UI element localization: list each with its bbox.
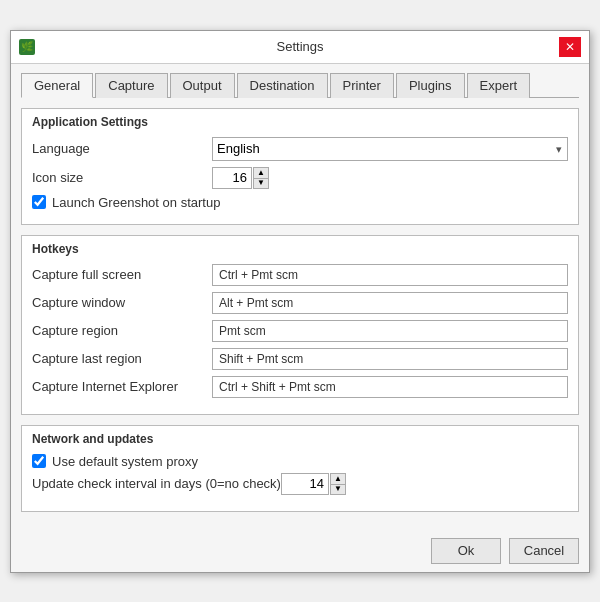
hotkey-fullscreen-input[interactable]: Ctrl + Pmt scm <box>212 264 568 286</box>
title-bar-controls: ✕ <box>559 37 581 57</box>
cancel-button[interactable]: Cancel <box>509 538 579 564</box>
interval-spinner: 14 ▲ ▼ <box>281 473 346 495</box>
close-button[interactable]: ✕ <box>559 37 581 57</box>
interval-up-button[interactable]: ▲ <box>330 473 346 484</box>
hotkeys-title: Hotkeys <box>32 242 568 256</box>
settings-window: 🌿 Settings ✕ General Capture Output Dest… <box>10 30 590 573</box>
tab-general[interactable]: General <box>21 73 93 98</box>
hotkey-region-label: Capture region <box>32 323 212 338</box>
hotkey-window-row: Capture window Alt + Pmt scm <box>32 292 568 314</box>
hotkeys-section: Hotkeys Capture full screen Ctrl + Pmt s… <box>21 235 579 415</box>
hotkey-lastregion-control: Shift + Pmt scm <box>212 348 568 370</box>
title-bar-left: 🌿 <box>19 39 35 55</box>
startup-row: Launch Greenshot on startup <box>32 195 568 210</box>
app-settings-title: Application Settings <box>32 115 568 129</box>
tab-output[interactable]: Output <box>170 73 235 98</box>
hotkey-ie-control: Ctrl + Shift + Pmt scm <box>212 376 568 398</box>
hotkey-window-label: Capture window <box>32 295 212 310</box>
icon-size-row: Icon size 16 ▲ ▼ <box>32 167 568 189</box>
tab-expert[interactable]: Expert <box>467 73 531 98</box>
icon-size-up-button[interactable]: ▲ <box>253 167 269 178</box>
tab-bar: General Capture Output Destination Print… <box>21 72 579 98</box>
interval-down-button[interactable]: ▼ <box>330 484 346 495</box>
interval-row: Update check interval in days (0=no chec… <box>32 473 568 495</box>
language-row: Language English Dutch French German Spa… <box>32 137 568 161</box>
startup-label: Launch Greenshot on startup <box>52 195 220 210</box>
hotkey-region-control: Pmt scm <box>212 320 568 342</box>
hotkey-lastregion-row: Capture last region Shift + Pmt scm <box>32 348 568 370</box>
hotkey-ie-input[interactable]: Ctrl + Shift + Pmt scm <box>212 376 568 398</box>
hotkey-region-row: Capture region Pmt scm <box>32 320 568 342</box>
content-area: General Capture Output Destination Print… <box>11 64 589 532</box>
network-section: Network and updates Use default system p… <box>21 425 579 512</box>
language-control: English Dutch French German Spanish <box>212 137 568 161</box>
hotkey-fullscreen-row: Capture full screen Ctrl + Pmt scm <box>32 264 568 286</box>
app-icon: 🌿 <box>19 39 35 55</box>
interval-control: 14 ▲ ▼ <box>281 473 568 495</box>
proxy-checkbox[interactable] <box>32 454 46 468</box>
hotkey-fullscreen-control: Ctrl + Pmt scm <box>212 264 568 286</box>
tab-destination[interactable]: Destination <box>237 73 328 98</box>
icon-size-down-button[interactable]: ▼ <box>253 178 269 189</box>
interval-label: Update check interval in days (0=no chec… <box>32 476 281 491</box>
hotkey-window-control: Alt + Pmt scm <box>212 292 568 314</box>
startup-checkbox[interactable] <box>32 195 46 209</box>
proxy-row: Use default system proxy <box>32 454 568 469</box>
icon-size-input[interactable]: 16 <box>212 167 252 189</box>
language-select[interactable]: English Dutch French German Spanish <box>212 137 568 161</box>
tab-printer[interactable]: Printer <box>330 73 394 98</box>
hotkey-window-input[interactable]: Alt + Pmt scm <box>212 292 568 314</box>
language-label: Language <box>32 141 212 156</box>
interval-spinner-buttons: ▲ ▼ <box>330 473 346 495</box>
title-bar: 🌿 Settings ✕ <box>11 31 589 64</box>
tab-capture[interactable]: Capture <box>95 73 167 98</box>
interval-input[interactable]: 14 <box>281 473 329 495</box>
hotkey-lastregion-input[interactable]: Shift + Pmt scm <box>212 348 568 370</box>
hotkey-region-input[interactable]: Pmt scm <box>212 320 568 342</box>
icon-size-control: 16 ▲ ▼ <box>212 167 568 189</box>
icon-size-label: Icon size <box>32 170 212 185</box>
icon-size-spinner: 16 ▲ ▼ <box>212 167 269 189</box>
hotkey-fullscreen-label: Capture full screen <box>32 267 212 282</box>
ok-button[interactable]: Ok <box>431 538 501 564</box>
hotkey-ie-label: Capture Internet Explorer <box>32 379 212 394</box>
hotkey-lastregion-label: Capture last region <box>32 351 212 366</box>
icon-size-spinner-buttons: ▲ ▼ <box>253 167 269 189</box>
window-title: Settings <box>277 39 324 54</box>
bottom-bar: Ok Cancel <box>11 532 589 572</box>
network-title: Network and updates <box>32 432 568 446</box>
language-select-wrap: English Dutch French German Spanish <box>212 137 568 161</box>
proxy-label: Use default system proxy <box>52 454 198 469</box>
hotkey-ie-row: Capture Internet Explorer Ctrl + Shift +… <box>32 376 568 398</box>
tab-plugins[interactable]: Plugins <box>396 73 465 98</box>
app-settings-section: Application Settings Language English Du… <box>21 108 579 225</box>
